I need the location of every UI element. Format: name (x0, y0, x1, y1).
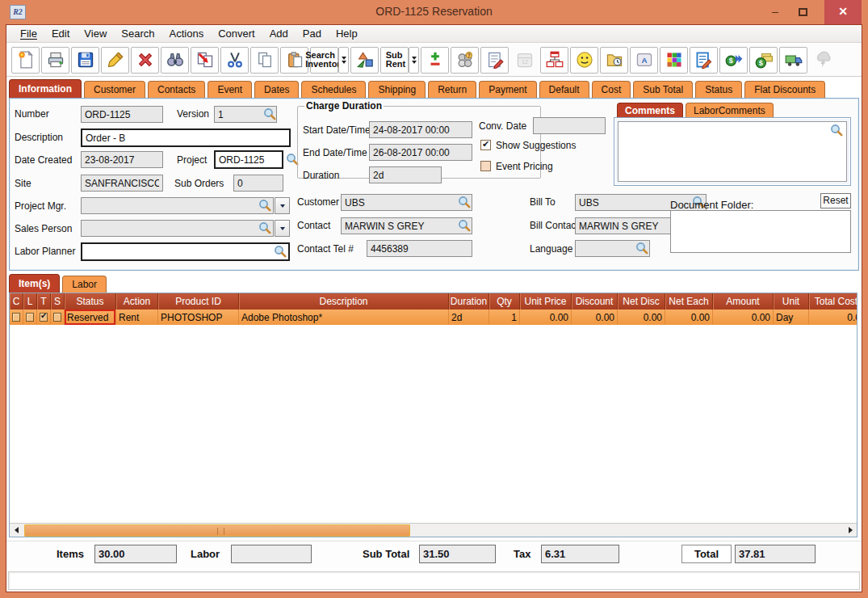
sub-rent-button[interactable]: Sub Rent (380, 47, 409, 74)
add-remove-button[interactable] (421, 47, 449, 74)
sales-person-search-icon[interactable] (258, 221, 271, 234)
project-mgr-dropdown[interactable] (275, 197, 290, 214)
menu-search[interactable]: Search (114, 26, 161, 41)
tab-shipping[interactable]: Shipping (368, 81, 426, 99)
column-header-action[interactable]: Action (116, 293, 158, 310)
tab-information[interactable]: Information (9, 79, 82, 99)
comments-tab-laborcomments[interactable]: LaborComments (686, 103, 774, 119)
tax-field[interactable] (541, 545, 619, 563)
column-header-total-cost[interactable]: Total Cost (809, 293, 857, 310)
column-header-t[interactable]: T (37, 293, 51, 310)
column-header-net-disc[interactable]: Net Disc (618, 293, 665, 310)
delete-button[interactable] (131, 47, 159, 74)
cell-total-cost[interactable]: 0.0 (809, 310, 857, 325)
items-total-field[interactable] (94, 545, 177, 563)
cell-net-disc[interactable]: 0.00 (618, 310, 665, 325)
column-header-qty[interactable]: Qty (489, 293, 520, 310)
cell-qty[interactable]: 1 (489, 310, 520, 325)
smiley-button[interactable] (570, 47, 598, 74)
description-field[interactable] (81, 128, 291, 147)
paste-button[interactable] (280, 47, 308, 74)
tab-customer[interactable]: Customer (84, 81, 145, 99)
find-button[interactable] (161, 47, 189, 74)
cell-description[interactable]: Adobe Photoshop* (239, 310, 449, 325)
sub-rent-dropdown[interactable] (409, 47, 419, 74)
cut-button[interactable] (220, 47, 249, 74)
event-pricing-option[interactable]: Event Pricing (480, 161, 553, 172)
column-header-l[interactable]: L (23, 293, 37, 310)
column-header-description[interactable]: Description (239, 293, 449, 310)
group-question-button[interactable]: ? (451, 47, 479, 74)
version-search-icon[interactable] (263, 107, 276, 120)
cell-discount[interactable]: 0.00 (572, 310, 618, 325)
tab-dates[interactable]: Dates (254, 81, 299, 99)
menu-edit[interactable]: Edit (44, 26, 77, 41)
column-header-discount[interactable]: Discount (572, 293, 618, 310)
customer-field[interactable] (341, 194, 472, 211)
scroll-left-arrow[interactable] (10, 524, 23, 537)
convert-shapes-button[interactable] (350, 47, 379, 74)
cell-c[interactable] (10, 310, 23, 325)
cell-amount[interactable]: 0.00 (713, 310, 774, 325)
menu-help[interactable]: Help (329, 26, 365, 41)
row-checkbox-s[interactable] (53, 313, 61, 322)
labor-total-field[interactable] (231, 545, 312, 563)
edit-button[interactable] (101, 47, 129, 74)
copy-to-button[interactable] (191, 47, 219, 74)
cell-status[interactable]: Reserved (65, 310, 116, 325)
search-inventory-button[interactable]: SearchInventory (310, 47, 338, 74)
row-checkbox-l[interactable] (26, 313, 34, 322)
row-checkbox-t[interactable] (40, 313, 48, 322)
menu-pad[interactable]: Pad (296, 26, 329, 41)
truck-button[interactable] (779, 47, 807, 74)
scroll-right-arrow[interactable] (844, 524, 857, 537)
column-header-net-each[interactable]: Net Each (665, 293, 713, 310)
site-field[interactable] (81, 175, 163, 192)
cell-unit-price[interactable]: 0.00 (520, 310, 572, 325)
org-chart-button[interactable] (540, 47, 568, 74)
column-header-amount[interactable]: Amount (713, 293, 774, 310)
reset-button[interactable]: Reset (820, 193, 851, 208)
money-forward-button[interactable]: $ (719, 47, 748, 74)
customer-search-icon[interactable] (458, 196, 471, 208)
title-bar[interactable]: R2 ORD-1125 Reservation – ✕ (0, 0, 868, 24)
notes-button[interactable] (480, 47, 509, 74)
folder-history-button[interactable] (600, 47, 628, 74)
date-created-field[interactable] (81, 151, 163, 168)
contact-field[interactable] (341, 217, 472, 234)
total-field[interactable] (735, 545, 816, 563)
scrollbar-thumb[interactable] (24, 524, 410, 537)
menu-file[interactable]: File (13, 26, 44, 41)
project-mgr-search-icon[interactable] (258, 199, 271, 212)
comments-tab-comments[interactable]: Comments (617, 103, 683, 119)
cell-product-id[interactable]: PHOTOSHOP (158, 310, 239, 325)
cell-l[interactable] (23, 310, 37, 325)
language-search-icon[interactable] (635, 242, 648, 255)
column-header-s[interactable]: S (51, 293, 65, 310)
project-field[interactable] (214, 150, 283, 169)
number-field[interactable] (81, 106, 163, 123)
comments-search-icon[interactable] (830, 124, 843, 137)
maximize-button[interactable] (790, 0, 815, 24)
money-notes-button[interactable]: $ (749, 47, 778, 74)
column-header-status[interactable]: Status (65, 293, 116, 310)
cell-net-each[interactable]: 0.00 (665, 310, 713, 325)
menu-view[interactable]: View (77, 26, 114, 41)
column-header-c[interactable]: C (10, 293, 23, 310)
items-tab-item-s-[interactable]: Item(s) (9, 274, 60, 293)
close-button[interactable]: ✕ (824, 0, 862, 24)
save-button[interactable] (71, 47, 99, 74)
horizontal-scrollbar[interactable] (10, 523, 857, 537)
cell-t[interactable] (37, 310, 51, 325)
print-button[interactable] (41, 47, 69, 74)
copy-button[interactable] (250, 47, 279, 74)
cell-s[interactable] (51, 310, 65, 325)
conv-date-field[interactable] (533, 117, 606, 134)
minimize-button[interactable]: – (763, 0, 787, 24)
column-header-product-id[interactable]: Product ID (158, 293, 239, 310)
comments-textarea[interactable] (618, 121, 847, 182)
labor-planner-search-icon[interactable] (274, 245, 287, 258)
end-date-field[interactable] (369, 144, 472, 161)
show-suggestions-checkbox[interactable] (480, 140, 491, 150)
show-suggestions-option[interactable]: Show Suggestions (480, 140, 576, 151)
